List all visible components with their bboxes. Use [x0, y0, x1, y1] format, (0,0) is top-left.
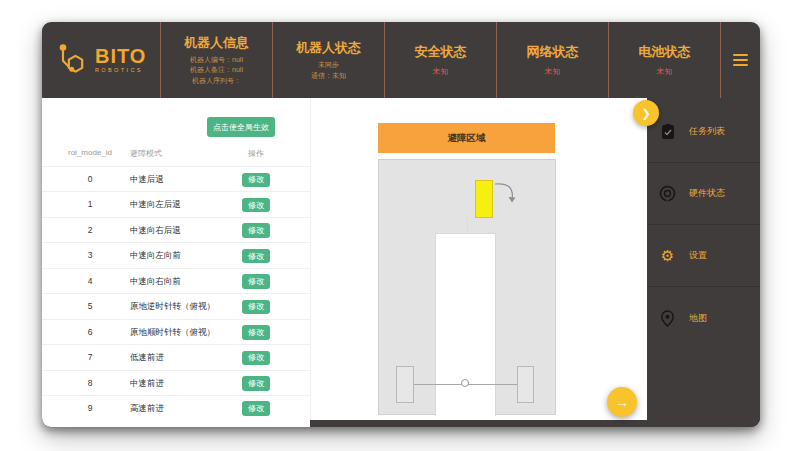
hamburger-icon	[733, 54, 748, 66]
modify-button[interactable]: 修改	[242, 376, 270, 391]
header-section-robot-info[interactable]: 机器人信息 机器人编号：null 机器人备注：null 机器人序列号：	[160, 22, 272, 98]
modify-button[interactable]: 修改	[242, 401, 270, 416]
sidebar-item-label: 硬件状态	[689, 187, 725, 200]
modify-button[interactable]: 修改	[242, 274, 270, 289]
section-title: 机器人状态	[296, 39, 361, 57]
header-section-network-status[interactable]: 网络状态 未知	[496, 22, 608, 98]
diagram-title-banner: 避障区域	[378, 123, 555, 153]
mode-id: 2	[42, 218, 138, 243]
sidebar: 任务列表 硬件状态 ⚙ 设置	[647, 98, 760, 427]
sidebar-item-hardware-status[interactable]: 硬件状态	[647, 163, 760, 225]
modify-button[interactable]: 修改	[242, 351, 270, 366]
table-row: 7低速前进修改	[42, 344, 310, 369]
next-fab-button[interactable]: →	[607, 387, 637, 417]
sidebar-item-label: 任务列表	[689, 125, 725, 138]
mode-name: 中速向右向前	[130, 269, 181, 294]
table-row: 0中速后退修改	[42, 166, 310, 191]
logo: BITO ROBOTICS	[42, 22, 160, 98]
table-row: 8中速前进修改	[42, 370, 310, 395]
column-header-action: 操作	[238, 148, 274, 159]
table-row: 3中速向左向前修改	[42, 242, 310, 267]
right-wheel	[517, 366, 534, 403]
sidebar-item-task-list[interactable]: 任务列表	[647, 101, 760, 163]
mode-name: 低速前进	[130, 345, 164, 370]
sidebar-item-label: 地图	[689, 312, 707, 325]
mode-name: 中速前进	[130, 371, 164, 396]
mode-id: 5	[42, 294, 138, 319]
left-wheel	[396, 366, 414, 403]
table-row: 2中速向右后退修改	[42, 217, 310, 242]
table-row: 6原地顺时针转（俯视）修改	[42, 319, 310, 344]
modify-button[interactable]: 修改	[242, 198, 270, 213]
table-row: 9高速前进修改	[42, 395, 310, 420]
table-row: 4中速向右向前修改	[42, 268, 310, 293]
mode-table-panel: 点击使全局生效 roi_mode_id 避障模式 操作 0中速后退修改1中速向左…	[42, 98, 310, 427]
mode-name: 中速向左向前	[130, 243, 181, 268]
modify-button[interactable]: 修改	[242, 249, 270, 264]
section-title: 安全状态	[415, 43, 467, 61]
mode-name: 中速向右后退	[130, 218, 181, 243]
status-value: 未知	[657, 66, 673, 77]
section-title: 网络状态	[527, 43, 579, 61]
modify-button[interactable]: 修改	[242, 325, 270, 340]
status-value: 未知	[433, 66, 449, 77]
mode-name: 原地顺时针转（俯视）	[130, 320, 215, 345]
table-row: 1中速向左后退修改	[42, 191, 310, 216]
mode-name: 中速后退	[130, 167, 164, 192]
section-title: 机器人信息	[184, 34, 249, 52]
mode-id: 4	[42, 269, 138, 294]
mode-id: 1	[42, 192, 138, 217]
menu-button[interactable]	[720, 22, 760, 98]
modify-button[interactable]: 修改	[242, 223, 270, 238]
brand-name: BITO	[95, 46, 146, 66]
mode-id: 6	[42, 320, 138, 345]
robot-body-cutout	[435, 233, 496, 416]
axle-center-circle	[461, 379, 469, 387]
column-header-id: roi_mode_id	[42, 148, 138, 157]
sidebar-item-settings[interactable]: ⚙ 设置	[647, 225, 760, 287]
sidebar-collapse-button[interactable]: ❯	[633, 100, 659, 126]
mode-name: 高速前进	[130, 396, 164, 421]
rotation-arrow-icon	[491, 176, 521, 208]
mode-id: 7	[42, 345, 138, 370]
gear-icon: ⚙	[659, 247, 676, 264]
status-value: 未知	[545, 66, 561, 77]
map-pin-icon	[659, 310, 676, 327]
sidebar-item-label: 设置	[689, 249, 707, 262]
section-title: 电池状态	[639, 43, 691, 61]
hardware-status-icon	[659, 185, 676, 202]
mode-table-body: 0中速后退修改1中速向左后退修改2中速向右后退修改3中速向左向前修改4中速向右向…	[42, 166, 310, 420]
robot-status-lines: 未同步 通信：未知	[311, 60, 346, 81]
header-section-battery-status[interactable]: 电池状态 未知	[608, 22, 720, 98]
apply-global-button[interactable]: 点击使全局生效	[207, 117, 275, 137]
column-header-mode: 避障模式	[130, 148, 162, 159]
robot-info-lines: 机器人编号：null 机器人备注：null 机器人序列号：	[190, 55, 243, 87]
mode-id: 0	[42, 167, 138, 192]
mode-name: 原地逆时针转（俯视）	[130, 294, 215, 319]
app-header: BITO ROBOTICS 机器人信息 机器人编号：null 机器人备注：nul…	[42, 22, 760, 98]
modify-button[interactable]: 修改	[242, 173, 270, 188]
table-row: 5原地逆时针转（俯视）修改	[42, 293, 310, 318]
sidebar-item-map[interactable]: 地图	[647, 287, 760, 349]
bito-logo-icon	[58, 41, 88, 79]
mode-id: 9	[42, 396, 138, 421]
task-list-icon	[659, 123, 676, 140]
modify-button[interactable]: 修改	[242, 300, 270, 315]
mode-id: 8	[42, 371, 138, 396]
table-header: roi_mode_id 避障模式 操作	[42, 148, 302, 166]
header-section-robot-status[interactable]: 机器人状态 未同步 通信：未知	[272, 22, 384, 98]
avoidance-diagram-panel: 避障区域 ❯ →	[310, 98, 647, 420]
mode-id: 3	[42, 243, 138, 268]
header-section-safety-status[interactable]: 安全状态 未知	[384, 22, 496, 98]
app-window: BITO ROBOTICS 机器人信息 机器人编号：null 机器人备注：nul…	[42, 22, 760, 427]
mode-name: 中速向左后退	[130, 192, 181, 217]
avoidance-zone	[378, 159, 556, 415]
brand-subtitle: ROBOTICS	[95, 68, 146, 74]
